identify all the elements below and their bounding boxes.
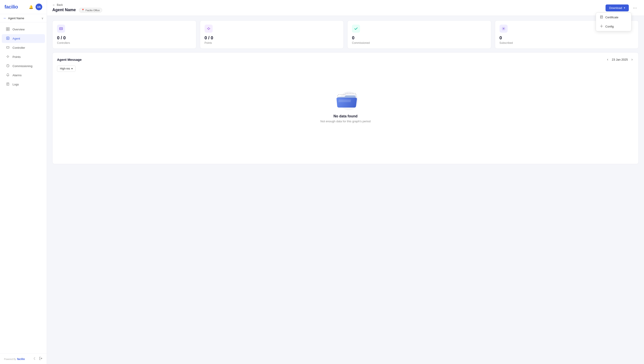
svg-point-14: [601, 26, 602, 26]
logout-icon[interactable]: [39, 356, 43, 361]
empty-state: No data found Not enough data for this g…: [57, 76, 634, 136]
agent-selector-icon: ↔: [3, 16, 6, 20]
main-content: ← Back Agent Name 📍 Facilio Office Downl…: [47, 0, 644, 364]
overview-icon: [6, 27, 10, 32]
date-next-button[interactable]: ›: [630, 57, 634, 62]
svg-point-18: [62, 28, 62, 29]
logs-label: Logs: [12, 83, 19, 86]
sidebar-item-commissioning[interactable]: Commissioning: [2, 62, 45, 70]
topbar-left: ← Back Agent Name 📍 Facilio Office: [52, 3, 102, 12]
stats-row: 0 / 0 Controllers 0 / 0 Points 0 Commiss…: [47, 16, 644, 49]
stat-card-commissioned: 0 Commissioned: [347, 20, 491, 49]
alarms-label: Alarms: [12, 74, 22, 77]
commissioned-value: 0: [352, 35, 486, 40]
agent-message-section: Agent Message ‹ 23 Jan 2025 › High-res ▾: [52, 52, 639, 164]
svg-point-7: [8, 47, 9, 48]
sidebar-footer: Powered By facilio ☾: [0, 353, 47, 364]
alarms-icon: [6, 73, 10, 77]
controllers-icon-wrap: [57, 24, 65, 33]
config-label: Config: [605, 25, 614, 28]
controllers-label: Controllers: [57, 41, 192, 44]
more-options-button[interactable]: ⋯: [631, 4, 639, 11]
location-badge: 📍 Facilio Office: [79, 8, 102, 12]
agent-label: Agent: [12, 37, 20, 40]
config-icon: [600, 24, 603, 28]
subscribed-icon-wrap: [500, 24, 508, 33]
page-title: Agent Name: [52, 8, 76, 12]
commissioned-label: Commissioned: [352, 41, 486, 44]
controller-icon: [6, 46, 10, 50]
message-header: Agent Message ‹ 23 Jan 2025 ›: [57, 57, 634, 62]
resolution-filter[interactable]: High-res ▾: [57, 66, 76, 72]
notification-icon[interactable]: 🔔: [29, 5, 33, 9]
svg-rect-15: [60, 28, 62, 30]
points-icon: [6, 55, 10, 59]
filter-chevron-icon: ▾: [71, 67, 73, 70]
agent-selector-label: Agent Name: [8, 16, 24, 20]
sidebar-item-points[interactable]: Points: [2, 52, 45, 61]
sidebar-item-controller[interactable]: Controller: [2, 44, 45, 52]
agent-selector[interactable]: ↔ Agent Name ∨: [0, 14, 47, 22]
date-prev-button[interactable]: ‹: [606, 57, 610, 62]
powered-by-text: Powered By: [4, 358, 16, 360]
certificate-icon: [600, 16, 603, 19]
message-title: Agent Message: [57, 58, 82, 62]
subscribed-value: 0: [500, 35, 634, 40]
back-arrow-icon: ←: [52, 3, 56, 7]
download-chevron-icon: ▾: [624, 6, 625, 10]
stat-card-controllers: 0 / 0 Controllers: [52, 20, 196, 49]
svg-point-17: [60, 28, 60, 29]
sidebar-header: facilio 🔔 UA: [0, 0, 47, 14]
app-logo: facilio: [4, 4, 18, 10]
sidebar-item-agent[interactable]: Agent: [2, 34, 45, 43]
commissioned-icon-wrap: [352, 24, 360, 33]
dropdown-line-config: [596, 24, 596, 25]
filter-bar: High-res ▾: [57, 66, 634, 72]
sidebar: facilio 🔔 UA ↔ Agent Name ∨ Overview Age…: [0, 0, 47, 364]
empty-folder-image: [333, 90, 358, 110]
dropdown-item-config[interactable]: Config: [596, 22, 631, 31]
sidebar-item-logs[interactable]: Logs: [2, 80, 45, 89]
svg-rect-3: [8, 29, 10, 31]
svg-point-6: [7, 47, 8, 48]
theme-toggle-icon[interactable]: ☾: [34, 356, 36, 361]
logs-icon: [6, 82, 10, 86]
title-row: Agent Name 📍 Facilio Office: [52, 8, 102, 12]
svg-rect-1: [8, 28, 10, 29]
topbar-right: Download ▾ ⋯: [606, 4, 639, 12]
sidebar-item-alarms[interactable]: Alarms: [2, 71, 45, 80]
date-display: 23 Jan 2025: [612, 58, 628, 61]
controllers-value: 0 / 0: [57, 35, 192, 40]
download-dropdown: Certificate Config: [596, 12, 632, 31]
svg-rect-0: [6, 28, 8, 29]
powered-by: Powered By facilio: [4, 357, 25, 361]
svg-rect-12: [7, 83, 9, 86]
topbar: ← Back Agent Name 📍 Facilio Office Downl…: [47, 0, 644, 16]
back-label: Back: [57, 3, 63, 6]
footer-actions: ☾: [34, 356, 43, 361]
empty-title: No data found: [334, 114, 358, 118]
powered-by-logo: facilio: [17, 358, 25, 361]
nav-menu: Overview Agent Controller Points Commiss…: [0, 22, 47, 353]
svg-rect-5: [6, 46, 9, 48]
download-button[interactable]: Download ▾: [606, 4, 629, 12]
commissioning-label: Commissioning: [12, 64, 32, 68]
controller-label: Controller: [12, 46, 25, 50]
points-label: Points: [204, 41, 339, 44]
back-link[interactable]: ← Back: [52, 3, 102, 7]
agent-icon: [6, 36, 10, 41]
stat-card-points: 0 / 0 Points: [200, 20, 344, 49]
dropdown-item-certificate[interactable]: Certificate: [596, 13, 631, 22]
pin-icon: 📍: [82, 9, 84, 12]
download-label: Download: [609, 6, 622, 10]
svg-rect-2: [6, 29, 8, 31]
agent-selector-chevron: ∨: [41, 16, 44, 20]
filter-label: High-res: [60, 67, 70, 70]
user-avatar[interactable]: UA: [36, 4, 42, 10]
dropdown-line-certificate: [596, 16, 596, 17]
certificate-label: Certificate: [605, 16, 618, 19]
sidebar-item-overview[interactable]: Overview: [2, 25, 45, 34]
commissioning-icon: [6, 64, 10, 68]
date-nav: ‹ 23 Jan 2025 ›: [606, 57, 634, 62]
location-label: Facilio Office: [86, 9, 100, 12]
